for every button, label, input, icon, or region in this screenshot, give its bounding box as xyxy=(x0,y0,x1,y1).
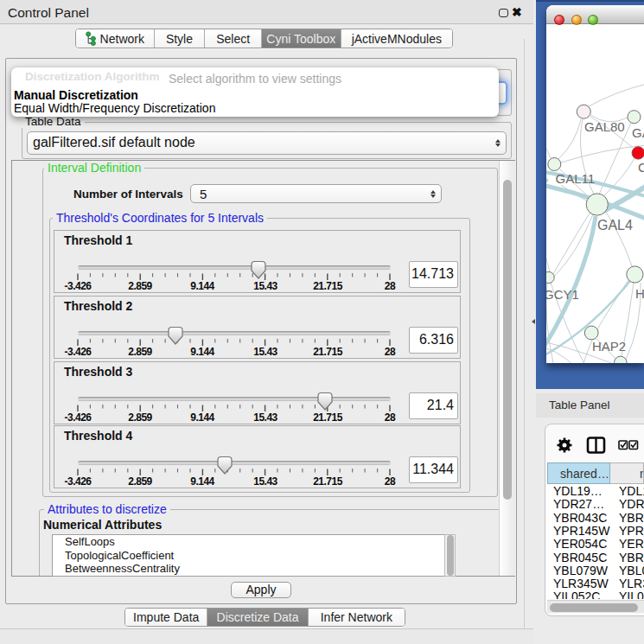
svg-text:GCY1: GCY1 xyxy=(546,287,579,302)
svg-text:GAL80: GAL80 xyxy=(584,119,625,134)
svg-text:HAP2: HAP2 xyxy=(592,339,626,354)
svg-text:GAL11: GAL11 xyxy=(556,171,596,186)
svg-text:H: H xyxy=(635,286,644,301)
svg-text:C: C xyxy=(638,160,644,175)
svg-text:GAL4: GAL4 xyxy=(597,218,633,233)
svg-text:GAL: GAL xyxy=(632,125,644,140)
